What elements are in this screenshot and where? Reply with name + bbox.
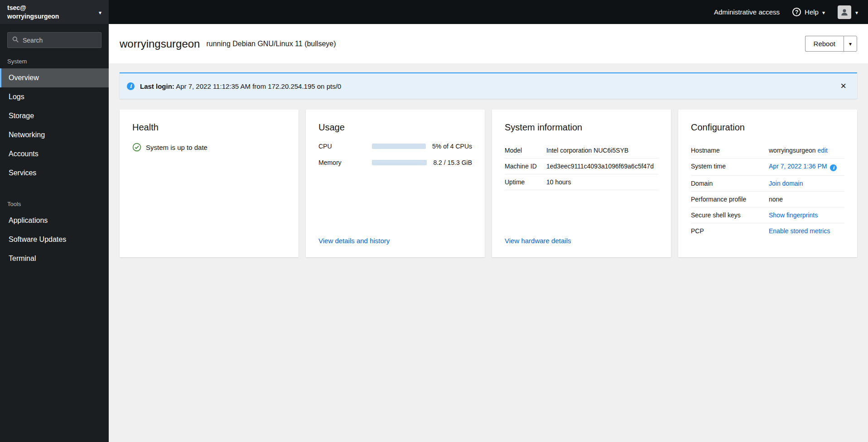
pcp-row: PCP Enable stored metrics xyxy=(691,223,844,239)
nav-section-tools: Tools Applications Software Updates Term… xyxy=(0,193,109,268)
system-time-row: System time Apr 7, 2022 1:36 PM xyxy=(691,159,844,176)
cpu-progress-bar xyxy=(372,144,426,149)
main-area: Administrative access Help worryingsurge… xyxy=(109,0,868,442)
model-value: Intel corporation NUC6i5SYB xyxy=(546,147,658,154)
reboot-button[interactable]: Reboot xyxy=(805,36,844,52)
help-icon xyxy=(792,8,801,16)
secure-shell-keys-row: Secure shell keys Show fingerprints xyxy=(691,207,844,223)
join-domain-link[interactable]: Join domain xyxy=(769,180,803,187)
nav-section-system: System Overview Logs Storage Networking … xyxy=(0,51,109,183)
health-card: Health System is up to date xyxy=(120,110,299,257)
memory-usage-value: 8.2 / 15.3 GiB xyxy=(433,159,472,166)
masthead: Administrative access Help xyxy=(109,0,868,24)
sidebar-item-accounts[interactable]: Accounts xyxy=(0,144,109,163)
sidebar-item-overview[interactable]: Overview xyxy=(0,68,109,87)
cpu-label: CPU xyxy=(318,143,372,150)
user-icon xyxy=(840,8,849,16)
sidebar: tsec@ worryingsurgeon System Overview Lo… xyxy=(0,0,109,442)
session-menu[interactable] xyxy=(838,5,858,19)
chevron-down-icon xyxy=(849,40,852,47)
administrative-access-button[interactable]: Administrative access xyxy=(714,8,780,16)
alert-message: Apr 7, 2022 11:12:35 AM from 172.20.254.… xyxy=(176,82,341,90)
cockpit-app: tsec@ worryingsurgeon System Overview Lo… xyxy=(0,0,868,442)
sidebar-item-software-updates[interactable]: Software Updates xyxy=(0,230,109,249)
machine-id-row: Machine ID 1ed3eec9111c4093a1096f69a6c5f… xyxy=(505,159,658,174)
alert-title: Last login: xyxy=(140,82,174,90)
usage-card: Usage CPU 5% of 4 CPUs Memory 8.2 / 15.3… xyxy=(306,110,485,257)
card-title: Usage xyxy=(318,122,472,133)
help-label: Help xyxy=(805,8,819,16)
last-login-alert: Last login: Apr 7, 2022 11:12:35 AM from… xyxy=(120,72,857,99)
cpu-usage-row: CPU 5% of 4 CPUs xyxy=(318,143,472,150)
host-switcher-label: tsec@ worryingsurgeon xyxy=(7,4,59,21)
avatar xyxy=(838,5,851,19)
page-header: worryingsurgeon running Debian GNU/Linux… xyxy=(109,24,868,63)
session-host: worryingsurgeon xyxy=(7,12,59,21)
performance-profile-row: Performance profile none xyxy=(691,192,844,207)
host-switcher[interactable]: tsec@ worryingsurgeon xyxy=(0,0,109,24)
card-title: Configuration xyxy=(691,122,844,133)
overview-cards: Health System is up to date Usage CPU 5%… xyxy=(120,110,857,257)
search-input[interactable] xyxy=(23,37,96,44)
view-details-history-link[interactable]: View details and history xyxy=(318,237,390,245)
configuration-card: Configuration Hostname worryingsurgeon e… xyxy=(678,110,857,257)
card-title: System information xyxy=(505,122,658,133)
health-status-row: System is up to date xyxy=(132,143,286,152)
session-user: tsec@ xyxy=(7,4,59,12)
check-circle-icon xyxy=(132,143,141,152)
uptime-value: 10 hours xyxy=(546,178,658,186)
close-icon[interactable] xyxy=(837,80,850,92)
show-fingerprints-link[interactable]: Show fingerprints xyxy=(769,211,818,219)
sidebar-item-applications[interactable]: Applications xyxy=(0,211,109,230)
hostname-row: Hostname worryingsurgeon edit xyxy=(691,143,844,159)
nav-section-title: System xyxy=(0,51,109,68)
cpu-usage-value: 5% of 4 CPUs xyxy=(432,143,472,150)
sidebar-item-networking[interactable]: Networking xyxy=(0,125,109,144)
os-release-label: running Debian GNU/Linux 11 (bullseye) xyxy=(206,40,336,48)
sidebar-search xyxy=(7,32,101,48)
machine-id-value: 1ed3eec9111c4093a1096f69a6c5f47d xyxy=(546,163,658,170)
model-row: Model Intel corporation NUC6i5SYB xyxy=(505,143,658,159)
health-status-text: System is up to date xyxy=(146,144,207,151)
alert-text: Last login: Apr 7, 2022 11:12:35 AM from… xyxy=(140,82,341,90)
overview-content: Last login: Apr 7, 2022 11:12:35 AM from… xyxy=(109,63,868,442)
performance-profile-value: none xyxy=(769,196,844,203)
view-hardware-details-link[interactable]: View hardware details xyxy=(505,237,571,245)
sidebar-item-storage[interactable]: Storage xyxy=(0,106,109,125)
sidebar-nav: System Overview Logs Storage Networking … xyxy=(0,51,109,268)
help-menu[interactable]: Help xyxy=(792,8,825,16)
memory-usage-row: Memory 8.2 / 15.3 GiB xyxy=(318,159,472,166)
sidebar-item-services[interactable]: Services xyxy=(0,163,109,183)
memory-label: Memory xyxy=(318,159,372,166)
domain-row: Domain Join domain xyxy=(691,176,844,192)
enable-stored-metrics-link[interactable]: Enable stored metrics xyxy=(769,227,830,235)
info-icon[interactable] xyxy=(830,164,837,171)
card-title: Health xyxy=(132,122,286,133)
system-time-link[interactable]: Apr 7, 2022 1:36 PM xyxy=(769,163,827,170)
sidebar-item-logs[interactable]: Logs xyxy=(0,87,109,106)
sidebar-item-terminal[interactable]: Terminal xyxy=(0,249,109,268)
uptime-row: Uptime 10 hours xyxy=(505,174,658,190)
system-information-card: System information Model Intel corporati… xyxy=(492,110,671,257)
nav-section-title: Tools xyxy=(0,193,109,211)
hostname-value: worryingsurgeon xyxy=(769,147,816,154)
chevron-down-icon xyxy=(855,9,858,16)
reboot-split-button: Reboot xyxy=(805,36,857,52)
chevron-down-icon xyxy=(99,9,101,16)
reboot-dropdown-toggle[interactable] xyxy=(844,36,857,52)
memory-progress-bar xyxy=(372,160,427,165)
chevron-down-icon xyxy=(822,8,825,16)
page-title: worryingsurgeon xyxy=(120,38,200,50)
edit-hostname-link[interactable]: edit xyxy=(817,147,828,154)
search-icon xyxy=(12,36,19,44)
info-icon xyxy=(127,82,135,90)
